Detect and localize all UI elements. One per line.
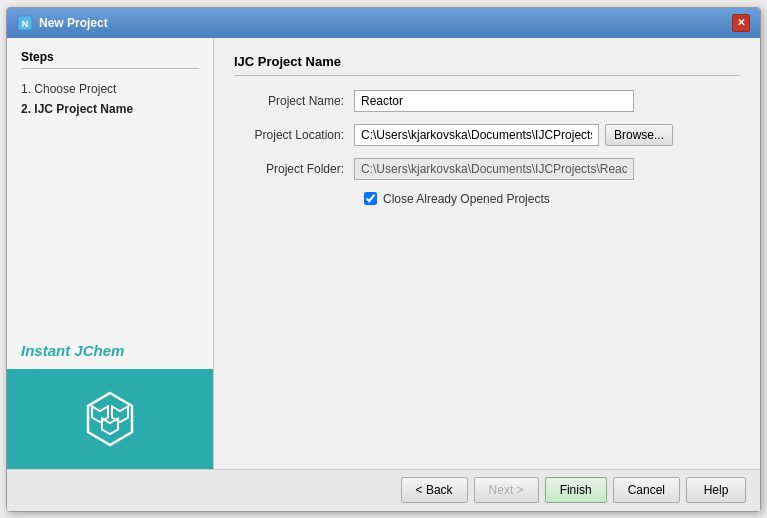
finish-button[interactable]: Finish xyxy=(545,477,607,503)
cancel-button[interactable]: Cancel xyxy=(613,477,680,503)
close-button[interactable]: ✕ xyxy=(732,14,750,32)
section-title: IJC Project Name xyxy=(234,54,740,76)
dialog-title: New Project xyxy=(39,16,108,30)
browse-button[interactable]: Browse... xyxy=(605,124,673,146)
project-name-row: Project Name: xyxy=(234,90,740,112)
project-name-input[interactable] xyxy=(354,90,634,112)
close-projects-label: Close Already Opened Projects xyxy=(383,192,550,206)
back-button[interactable]: < Back xyxy=(401,477,468,503)
main-content: IJC Project Name Project Name: Project L… xyxy=(214,38,760,469)
project-folder-input xyxy=(354,158,634,180)
project-location-input[interactable] xyxy=(354,124,599,146)
close-projects-checkbox[interactable] xyxy=(364,192,377,205)
checkbox-row: Close Already Opened Projects xyxy=(364,192,740,206)
project-folder-label: Project Folder: xyxy=(234,162,354,176)
help-button[interactable]: Help xyxy=(686,477,746,503)
project-name-label: Project Name: xyxy=(234,94,354,108)
chemistry-icon xyxy=(80,389,140,449)
step-item-1: 1. Choose Project xyxy=(21,79,199,99)
steps-title: Steps xyxy=(21,50,199,69)
svg-marker-5 xyxy=(102,418,118,434)
sidebar-bottom: Instant JChem xyxy=(7,332,213,469)
brand-label: Instant JChem xyxy=(7,332,213,369)
dialog-footer: < Back Next > Finish Cancel Help xyxy=(7,469,760,511)
dialog-icon: N xyxy=(17,15,33,31)
sidebar: Steps 1. Choose Project 2. IJC Project N… xyxy=(7,38,214,469)
project-location-label: Project Location: xyxy=(234,128,354,142)
next-button[interactable]: Next > xyxy=(474,477,539,503)
title-bar: N New Project ✕ xyxy=(7,8,760,38)
new-project-dialog: N New Project ✕ Steps 1. Choose Project … xyxy=(6,7,761,512)
sidebar-icon-area xyxy=(7,369,213,469)
project-folder-row: Project Folder: xyxy=(234,158,740,180)
steps-section: Steps 1. Choose Project 2. IJC Project N… xyxy=(7,38,213,131)
dialog-body: Steps 1. Choose Project 2. IJC Project N… xyxy=(7,38,760,469)
project-location-row: Project Location: Browse... xyxy=(234,124,740,146)
step-item-2: 2. IJC Project Name xyxy=(21,99,199,119)
svg-text:N: N xyxy=(22,19,29,29)
